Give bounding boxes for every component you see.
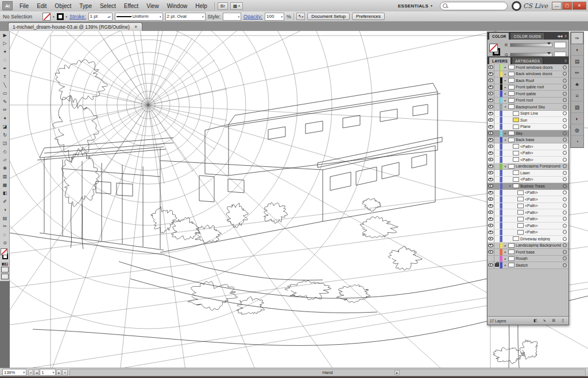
visibility-toggle[interactable] xyxy=(488,229,494,236)
layer-name[interactable]: <Path> xyxy=(525,197,538,201)
disclosure-triangle-icon[interactable]: ▸ xyxy=(504,65,507,69)
target-circle[interactable] xyxy=(563,85,567,89)
visibility-toggle[interactable] xyxy=(488,177,494,183)
menu-edit[interactable]: Edit xyxy=(33,0,51,11)
disclosure-triangle-icon[interactable]: ▸ xyxy=(504,99,507,102)
layer-name[interactable]: <Path> xyxy=(525,230,538,234)
lock-toggle[interactable] xyxy=(494,64,500,71)
arrange-documents-button[interactable]: ▦ ▾ xyxy=(230,2,243,10)
width-profile-combo[interactable]: Uniform ▾ xyxy=(115,13,163,21)
layer-name[interactable]: <Path> xyxy=(525,211,538,215)
lock-toggle[interactable] xyxy=(494,157,500,163)
first-artboard-button[interactable]: « xyxy=(28,369,33,376)
layer-row[interactable]: Plane xyxy=(488,124,568,131)
launch-bridge-button[interactable]: Br xyxy=(218,2,228,10)
minimize-button[interactable]: — xyxy=(552,2,562,10)
lock-toggle[interactable] xyxy=(494,91,500,97)
layer-name[interactable]: Sight Line xyxy=(520,111,538,115)
layer-row[interactable]: <Path> xyxy=(488,229,568,236)
lock-toggle[interactable] xyxy=(494,236,500,242)
last-artboard-button[interactable]: » xyxy=(62,369,67,376)
layer-name[interactable]: Driveway edging xyxy=(520,237,550,241)
visibility-toggle[interactable] xyxy=(488,262,494,268)
target-circle[interactable] xyxy=(563,164,567,168)
disclosure-triangle-icon[interactable]: ▸ xyxy=(504,72,507,76)
lock-toggle[interactable] xyxy=(494,209,500,216)
stroke-panel-link[interactable]: Stroke: xyxy=(69,14,86,20)
target-circle[interactable] xyxy=(563,224,567,228)
make-clipping-mask-button[interactable]: ◧ xyxy=(532,318,539,323)
visibility-toggle[interactable] xyxy=(488,77,494,84)
target-circle[interactable] xyxy=(563,145,567,149)
visibility-toggle[interactable] xyxy=(488,157,494,163)
disclosure-triangle-icon[interactable]: ▸ xyxy=(504,79,507,82)
layer-row[interactable]: ▾Background Sky xyxy=(488,104,568,111)
pencil-tool[interactable]: ✏ xyxy=(0,106,10,115)
slice-tool[interactable]: ✂ xyxy=(0,223,10,231)
layer-name[interactable]: <Path> xyxy=(525,190,538,194)
disclosure-triangle-icon[interactable]: ▸ xyxy=(504,85,507,89)
rotate-tool[interactable]: ↻ xyxy=(0,131,10,139)
lock-toggle[interactable] xyxy=(494,163,500,170)
target-circle[interactable] xyxy=(563,204,567,208)
free-transform-tool[interactable]: ▱ xyxy=(0,156,10,165)
direct-selection-tool[interactable]: ▷ xyxy=(0,40,10,48)
layer-name[interactable]: Front roof xyxy=(516,98,533,102)
visibility-toggle[interactable] xyxy=(488,183,494,189)
lock-toggle[interactable] xyxy=(494,262,500,268)
none-button[interactable] xyxy=(6,263,8,266)
layer-row[interactable]: <Path> xyxy=(488,190,568,197)
layer-name[interactable]: Back base xyxy=(516,138,535,142)
lock-toggle[interactable] xyxy=(494,243,500,249)
layer-row[interactable]: ▸Back Roof xyxy=(488,77,568,84)
lock-toggle[interactable] xyxy=(494,98,500,104)
width-tool[interactable]: ◇ xyxy=(0,147,10,156)
graphic-styles-panel-icon[interactable]: ◔ xyxy=(571,136,583,147)
menu-object[interactable]: Object xyxy=(51,0,75,11)
visibility-toggle[interactable] xyxy=(488,71,494,77)
visibility-toggle[interactable] xyxy=(488,137,494,143)
selection-tool[interactable]: ▶ xyxy=(0,31,10,40)
layer-name[interactable]: <Path> xyxy=(525,217,538,221)
restore-button[interactable]: ▢ xyxy=(562,2,572,10)
layer-row[interactable]: ▾Back base xyxy=(488,137,568,144)
disclosure-triangle-icon[interactable]: ▾ xyxy=(504,165,507,168)
gradient-tool[interactable]: ◧ xyxy=(0,189,10,198)
opacity-combo[interactable]: 100 ▾ xyxy=(265,13,284,21)
visibility-toggle[interactable] xyxy=(488,117,494,123)
menu-effect[interactable]: Effect xyxy=(120,0,142,11)
menu-file[interactable]: File xyxy=(16,0,33,11)
menu-view[interactable]: View xyxy=(142,0,163,11)
pen-tool[interactable]: ✒ xyxy=(0,64,10,73)
lock-toggle[interactable] xyxy=(494,150,500,157)
lock-toggle[interactable] xyxy=(494,183,500,189)
disclosure-triangle-icon[interactable]: ▸ xyxy=(504,131,507,135)
visibility-toggle[interactable] xyxy=(488,84,494,91)
lock-toggle[interactable] xyxy=(494,223,500,229)
transparency-panel-icon[interactable]: ◐ xyxy=(571,113,583,124)
select-similar-button[interactable]: ↖▾ xyxy=(296,13,305,20)
rectangle-tool[interactable]: ▭ xyxy=(0,89,10,98)
target-circle[interactable] xyxy=(563,243,567,247)
slider-track[interactable] xyxy=(510,43,552,47)
layer-name[interactable]: Sketch xyxy=(516,263,528,267)
visibility-toggle[interactable] xyxy=(488,111,494,117)
target-circle[interactable] xyxy=(563,138,567,142)
eraser-tool[interactable]: ◪ xyxy=(0,123,10,131)
layer-name[interactable]: Plane xyxy=(520,124,531,128)
lock-toggle[interactable] xyxy=(494,104,500,110)
fill-none-proxy[interactable] xyxy=(489,44,498,52)
layer-name[interactable]: Back windows doors xyxy=(516,72,552,76)
slider-value-field[interactable] xyxy=(554,42,566,48)
layers-tab-artboards[interactable]: ARTBOARDS xyxy=(512,57,543,64)
lock-toggle[interactable] xyxy=(494,71,500,77)
target-circle[interactable] xyxy=(563,79,567,83)
swatches-panel-icon[interactable]: ▤ xyxy=(571,56,583,67)
search-box[interactable] xyxy=(440,2,508,10)
column-graph-tool[interactable]: ▥ xyxy=(0,173,10,181)
visibility-toggle[interactable] xyxy=(488,196,494,202)
target-circle[interactable] xyxy=(563,131,567,135)
lock-toggle[interactable] xyxy=(494,117,500,123)
layer-row[interactable]: <Path> xyxy=(488,223,568,229)
lock-toggle[interactable] xyxy=(494,216,500,223)
